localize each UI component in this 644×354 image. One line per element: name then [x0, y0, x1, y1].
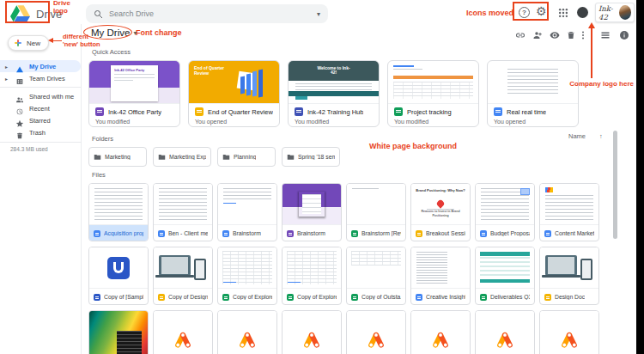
file-preview [154, 311, 212, 354]
file-card[interactable]: Ben - Client mee... [153, 183, 213, 241]
file-card[interactable]: Content Marketi... [539, 183, 599, 241]
sidebar-item-team-drives[interactable]: ▸ Team Drives [0, 72, 81, 84]
expand-caret-icon[interactable]: ▸ [5, 76, 15, 82]
file-status: You modified [295, 119, 373, 125]
preview-eye-icon[interactable] [550, 28, 560, 39]
file-card[interactable] [539, 310, 599, 354]
sidebar-item-recent[interactable]: Recent [0, 102, 81, 114]
team-drives-icon [15, 74, 24, 82]
trash-icon[interactable] [566, 28, 576, 39]
add-people-icon[interactable] [532, 28, 543, 39]
file-card[interactable]: Design Doc [539, 247, 599, 305]
file-card[interactable] [88, 310, 149, 354]
sort-arrow-icon[interactable]: ↑ [599, 132, 603, 140]
file-name: Copy of [Sample... [104, 294, 143, 300]
file-type-icon [480, 230, 487, 237]
file-card[interactable] [282, 310, 342, 354]
sidebar-item-label: Shared with me [29, 93, 74, 101]
file-card[interactable] [346, 310, 406, 354]
file-preview [154, 184, 212, 225]
file-name: Budget Proposal... [490, 230, 530, 236]
folder-chip[interactable]: Spring '18 sems... [282, 147, 340, 167]
link-icon[interactable] [515, 28, 526, 39]
search-input[interactable] [109, 9, 311, 18]
divider [0, 142, 82, 143]
file-type-icon [416, 230, 422, 237]
sidebar-item-label: Team Drives [29, 75, 65, 82]
account-chip[interactable]: Ink-42 [595, 3, 635, 22]
google-drive-window: Drive Drivelogo ▾ Icons moved ? ⚙ Ink-42… [0, 0, 644, 354]
more-vert-icon[interactable] [580, 28, 586, 39]
search-options-caret-icon[interactable]: ▾ [317, 10, 320, 18]
file-type-icon [158, 294, 165, 301]
file-card[interactable] [217, 310, 277, 354]
app-logo-icon [107, 257, 130, 279]
sidebar-item-starred[interactable]: Starred [0, 114, 81, 126]
folder-chip[interactable]: Planning [217, 147, 276, 167]
file-type-icon [394, 107, 403, 116]
preview-title: End of Quarter Review [194, 65, 234, 76]
file-name: Brainstorm [297, 230, 325, 236]
new-button[interactable]: New [8, 35, 49, 51]
folder-chip[interactable]: Marketing Expo [153, 147, 211, 167]
search-bar[interactable]: ▾ [86, 4, 328, 23]
file-card[interactable]: Acquisition prop... [88, 183, 149, 241]
sidebar-item-shared-with-me[interactable]: Shared with me [0, 90, 81, 102]
quick-access-card[interactable]: Project tracking You modified [387, 60, 479, 127]
annotation-font-change: Font change [136, 28, 182, 37]
preview-title: Welcome to Ink-42! [316, 66, 352, 76]
file-preview [540, 184, 598, 225]
list-view-icon[interactable] [600, 28, 611, 39]
file-card[interactable]: Copy of [Sample... [88, 247, 149, 305]
storage-used: 284.3 MB used [10, 146, 48, 152]
sidebar-item-my-drive[interactable]: ▸ My Drive [0, 60, 81, 72]
file-card[interactable] [475, 310, 535, 354]
company-a-logo-icon [494, 330, 516, 349]
folders-row: Marketing Marketing Expo Planning Spring… [88, 147, 340, 167]
sidebar-item-label: My Drive [29, 63, 56, 70]
notifications-icon[interactable] [577, 7, 588, 18]
info-icon[interactable] [619, 28, 629, 39]
file-card[interactable]: Copy of Explore... [217, 247, 277, 305]
file-preview [488, 61, 578, 104]
folder-chip[interactable]: Marketing [88, 147, 147, 167]
file-card[interactable]: Brainstorm [282, 183, 342, 241]
file-card[interactable]: Copy of Explore... [282, 247, 342, 305]
scrollbar[interactable] [613, 131, 617, 239]
expand-caret-icon[interactable]: ▸ [5, 64, 15, 70]
quick-access-card[interactable]: End of Quarter Review End of Quarter Rev… [188, 60, 280, 127]
file-card[interactable]: Creative Insight... [410, 247, 471, 305]
annotation-drive-logo: Drivelogo [53, 0, 70, 15]
files-row: Copy of [Sample... Copy of Design ... Co… [88, 247, 599, 305]
file-card[interactable]: Brainstorm [217, 183, 277, 241]
apps-grid-icon[interactable] [558, 8, 568, 18]
file-card[interactable] [153, 310, 213, 354]
quick-access-card[interactable]: Welcome to Ink-42! Ink-42 Training Hub Y… [288, 60, 380, 127]
sidebar-item-trash[interactable]: Trash [0, 126, 81, 138]
file-status: You modified [394, 119, 472, 125]
file-preview: Welcome to Ink-42! [289, 61, 379, 104]
file-preview [89, 247, 148, 289]
sort-by-name[interactable]: Name ↑ [568, 132, 603, 140]
plus-icon [14, 39, 22, 47]
file-card[interactable]: Copy of Design ... [153, 247, 213, 305]
file-type-icon [195, 107, 204, 116]
file-card[interactable]: Brand Positioning: Why Now?Reasons to In… [410, 183, 471, 241]
file-card[interactable]: Copy of Outsta... [346, 247, 406, 305]
annotation-box-drive-logo [5, 1, 50, 23]
folder-icon [94, 153, 101, 161]
files-row: Acquisition prop... Ben - Client mee... … [88, 183, 599, 241]
quick-access-card[interactable]: Real real time You opened [487, 60, 579, 127]
avatar[interactable] [619, 5, 632, 20]
file-card[interactable]: Budget Proposal... [475, 183, 535, 241]
file-name: End of Quarter Review [208, 108, 273, 116]
file-type-icon [351, 294, 358, 301]
file-card[interactable] [410, 310, 471, 354]
file-card[interactable]: Brainstorm [Rev... [346, 183, 406, 241]
file-preview [476, 184, 534, 225]
file-type-icon [416, 294, 422, 301]
quick-access-card[interactable]: Ink-42 Office Party Ink-42 Office Party … [88, 60, 180, 127]
file-card[interactable]: Deliverables Q3 [475, 247, 535, 305]
company-a-logo-icon [365, 330, 387, 349]
file-type-icon [494, 107, 502, 116]
